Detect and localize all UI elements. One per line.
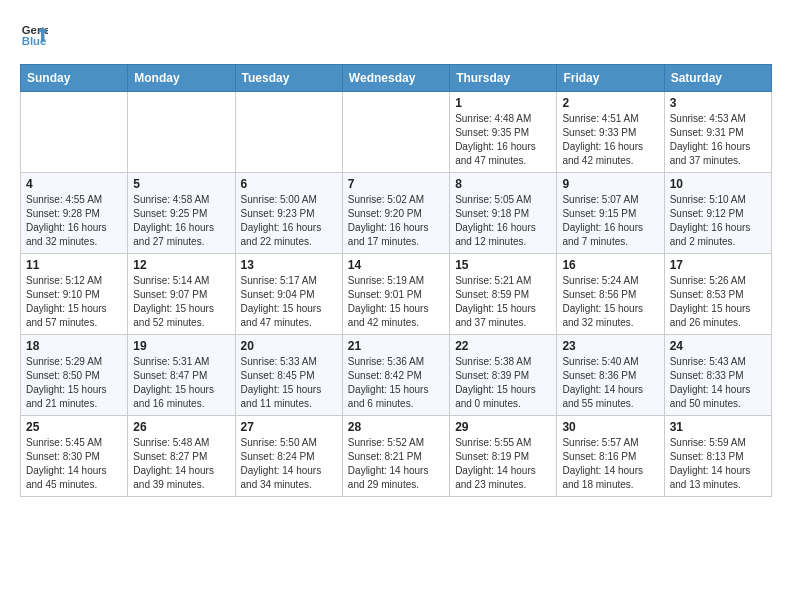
day-number: 26 xyxy=(133,420,229,434)
day-info: Sunrise: 5:57 AM Sunset: 8:16 PM Dayligh… xyxy=(562,436,658,492)
day-number: 31 xyxy=(670,420,766,434)
day-info: Sunrise: 5:52 AM Sunset: 8:21 PM Dayligh… xyxy=(348,436,444,492)
day-number: 25 xyxy=(26,420,122,434)
day-info: Sunrise: 5:29 AM Sunset: 8:50 PM Dayligh… xyxy=(26,355,122,411)
weekday-header-friday: Friday xyxy=(557,65,664,92)
day-number: 12 xyxy=(133,258,229,272)
day-number: 6 xyxy=(241,177,337,191)
day-number: 23 xyxy=(562,339,658,353)
day-info: Sunrise: 5:26 AM Sunset: 8:53 PM Dayligh… xyxy=(670,274,766,330)
calendar-cell: 17Sunrise: 5:26 AM Sunset: 8:53 PM Dayli… xyxy=(664,254,771,335)
calendar-cell: 20Sunrise: 5:33 AM Sunset: 8:45 PM Dayli… xyxy=(235,335,342,416)
calendar-cell: 6Sunrise: 5:00 AM Sunset: 9:23 PM Daylig… xyxy=(235,173,342,254)
day-number: 29 xyxy=(455,420,551,434)
day-info: Sunrise: 4:51 AM Sunset: 9:33 PM Dayligh… xyxy=(562,112,658,168)
calendar-cell: 7Sunrise: 5:02 AM Sunset: 9:20 PM Daylig… xyxy=(342,173,449,254)
day-number: 28 xyxy=(348,420,444,434)
calendar-cell: 16Sunrise: 5:24 AM Sunset: 8:56 PM Dayli… xyxy=(557,254,664,335)
day-info: Sunrise: 5:55 AM Sunset: 8:19 PM Dayligh… xyxy=(455,436,551,492)
day-info: Sunrise: 4:58 AM Sunset: 9:25 PM Dayligh… xyxy=(133,193,229,249)
calendar-cell: 22Sunrise: 5:38 AM Sunset: 8:39 PM Dayli… xyxy=(450,335,557,416)
day-info: Sunrise: 5:05 AM Sunset: 9:18 PM Dayligh… xyxy=(455,193,551,249)
calendar-week-1: 1Sunrise: 4:48 AM Sunset: 9:35 PM Daylig… xyxy=(21,92,772,173)
day-number: 10 xyxy=(670,177,766,191)
weekday-header-saturday: Saturday xyxy=(664,65,771,92)
day-info: Sunrise: 5:40 AM Sunset: 8:36 PM Dayligh… xyxy=(562,355,658,411)
logo-icon: General Blue xyxy=(20,20,48,48)
calendar-cell: 23Sunrise: 5:40 AM Sunset: 8:36 PM Dayli… xyxy=(557,335,664,416)
calendar-cell: 29Sunrise: 5:55 AM Sunset: 8:19 PM Dayli… xyxy=(450,416,557,497)
calendar-cell: 25Sunrise: 5:45 AM Sunset: 8:30 PM Dayli… xyxy=(21,416,128,497)
calendar-cell: 30Sunrise: 5:57 AM Sunset: 8:16 PM Dayli… xyxy=(557,416,664,497)
calendar-cell xyxy=(128,92,235,173)
day-info: Sunrise: 5:14 AM Sunset: 9:07 PM Dayligh… xyxy=(133,274,229,330)
day-info: Sunrise: 5:43 AM Sunset: 8:33 PM Dayligh… xyxy=(670,355,766,411)
day-info: Sunrise: 5:48 AM Sunset: 8:27 PM Dayligh… xyxy=(133,436,229,492)
day-info: Sunrise: 5:02 AM Sunset: 9:20 PM Dayligh… xyxy=(348,193,444,249)
calendar-cell: 9Sunrise: 5:07 AM Sunset: 9:15 PM Daylig… xyxy=(557,173,664,254)
day-info: Sunrise: 5:24 AM Sunset: 8:56 PM Dayligh… xyxy=(562,274,658,330)
calendar-week-3: 11Sunrise: 5:12 AM Sunset: 9:10 PM Dayli… xyxy=(21,254,772,335)
day-info: Sunrise: 5:00 AM Sunset: 9:23 PM Dayligh… xyxy=(241,193,337,249)
day-number: 27 xyxy=(241,420,337,434)
day-number: 16 xyxy=(562,258,658,272)
day-info: Sunrise: 5:50 AM Sunset: 8:24 PM Dayligh… xyxy=(241,436,337,492)
day-number: 14 xyxy=(348,258,444,272)
day-info: Sunrise: 5:59 AM Sunset: 8:13 PM Dayligh… xyxy=(670,436,766,492)
calendar-cell: 4Sunrise: 4:55 AM Sunset: 9:28 PM Daylig… xyxy=(21,173,128,254)
calendar-cell: 14Sunrise: 5:19 AM Sunset: 9:01 PM Dayli… xyxy=(342,254,449,335)
day-info: Sunrise: 5:45 AM Sunset: 8:30 PM Dayligh… xyxy=(26,436,122,492)
calendar-cell: 11Sunrise: 5:12 AM Sunset: 9:10 PM Dayli… xyxy=(21,254,128,335)
day-number: 1 xyxy=(455,96,551,110)
calendar-cell: 24Sunrise: 5:43 AM Sunset: 8:33 PM Dayli… xyxy=(664,335,771,416)
calendar-cell: 2Sunrise: 4:51 AM Sunset: 9:33 PM Daylig… xyxy=(557,92,664,173)
day-number: 8 xyxy=(455,177,551,191)
calendar-cell: 27Sunrise: 5:50 AM Sunset: 8:24 PM Dayli… xyxy=(235,416,342,497)
day-number: 11 xyxy=(26,258,122,272)
day-number: 13 xyxy=(241,258,337,272)
calendar-cell: 28Sunrise: 5:52 AM Sunset: 8:21 PM Dayli… xyxy=(342,416,449,497)
day-info: Sunrise: 5:07 AM Sunset: 9:15 PM Dayligh… xyxy=(562,193,658,249)
day-number: 18 xyxy=(26,339,122,353)
day-number: 17 xyxy=(670,258,766,272)
day-number: 3 xyxy=(670,96,766,110)
calendar-cell: 13Sunrise: 5:17 AM Sunset: 9:04 PM Dayli… xyxy=(235,254,342,335)
calendar-cell xyxy=(235,92,342,173)
day-number: 4 xyxy=(26,177,122,191)
day-number: 19 xyxy=(133,339,229,353)
day-number: 21 xyxy=(348,339,444,353)
calendar-week-4: 18Sunrise: 5:29 AM Sunset: 8:50 PM Dayli… xyxy=(21,335,772,416)
day-number: 24 xyxy=(670,339,766,353)
day-info: Sunrise: 5:17 AM Sunset: 9:04 PM Dayligh… xyxy=(241,274,337,330)
calendar-cell xyxy=(342,92,449,173)
day-info: Sunrise: 5:12 AM Sunset: 9:10 PM Dayligh… xyxy=(26,274,122,330)
weekday-header-monday: Monday xyxy=(128,65,235,92)
calendar-week-5: 25Sunrise: 5:45 AM Sunset: 8:30 PM Dayli… xyxy=(21,416,772,497)
day-info: Sunrise: 4:48 AM Sunset: 9:35 PM Dayligh… xyxy=(455,112,551,168)
day-info: Sunrise: 5:38 AM Sunset: 8:39 PM Dayligh… xyxy=(455,355,551,411)
weekday-header-wednesday: Wednesday xyxy=(342,65,449,92)
day-info: Sunrise: 5:21 AM Sunset: 8:59 PM Dayligh… xyxy=(455,274,551,330)
weekday-header-thursday: Thursday xyxy=(450,65,557,92)
calendar-cell: 10Sunrise: 5:10 AM Sunset: 9:12 PM Dayli… xyxy=(664,173,771,254)
calendar-cell: 15Sunrise: 5:21 AM Sunset: 8:59 PM Dayli… xyxy=(450,254,557,335)
calendar-table: SundayMondayTuesdayWednesdayThursdayFrid… xyxy=(20,64,772,497)
calendar-cell: 26Sunrise: 5:48 AM Sunset: 8:27 PM Dayli… xyxy=(128,416,235,497)
calendar-week-2: 4Sunrise: 4:55 AM Sunset: 9:28 PM Daylig… xyxy=(21,173,772,254)
calendar-cell: 3Sunrise: 4:53 AM Sunset: 9:31 PM Daylig… xyxy=(664,92,771,173)
calendar-cell: 8Sunrise: 5:05 AM Sunset: 9:18 PM Daylig… xyxy=(450,173,557,254)
calendar-cell xyxy=(21,92,128,173)
day-number: 2 xyxy=(562,96,658,110)
day-number: 15 xyxy=(455,258,551,272)
calendar-cell: 21Sunrise: 5:36 AM Sunset: 8:42 PM Dayli… xyxy=(342,335,449,416)
day-number: 20 xyxy=(241,339,337,353)
calendar-cell: 5Sunrise: 4:58 AM Sunset: 9:25 PM Daylig… xyxy=(128,173,235,254)
weekday-header-tuesday: Tuesday xyxy=(235,65,342,92)
day-info: Sunrise: 5:36 AM Sunset: 8:42 PM Dayligh… xyxy=(348,355,444,411)
weekday-header-sunday: Sunday xyxy=(21,65,128,92)
day-info: Sunrise: 5:31 AM Sunset: 8:47 PM Dayligh… xyxy=(133,355,229,411)
calendar-cell: 19Sunrise: 5:31 AM Sunset: 8:47 PM Dayli… xyxy=(128,335,235,416)
logo: General Blue xyxy=(20,20,52,48)
weekday-header-row: SundayMondayTuesdayWednesdayThursdayFrid… xyxy=(21,65,772,92)
day-number: 22 xyxy=(455,339,551,353)
